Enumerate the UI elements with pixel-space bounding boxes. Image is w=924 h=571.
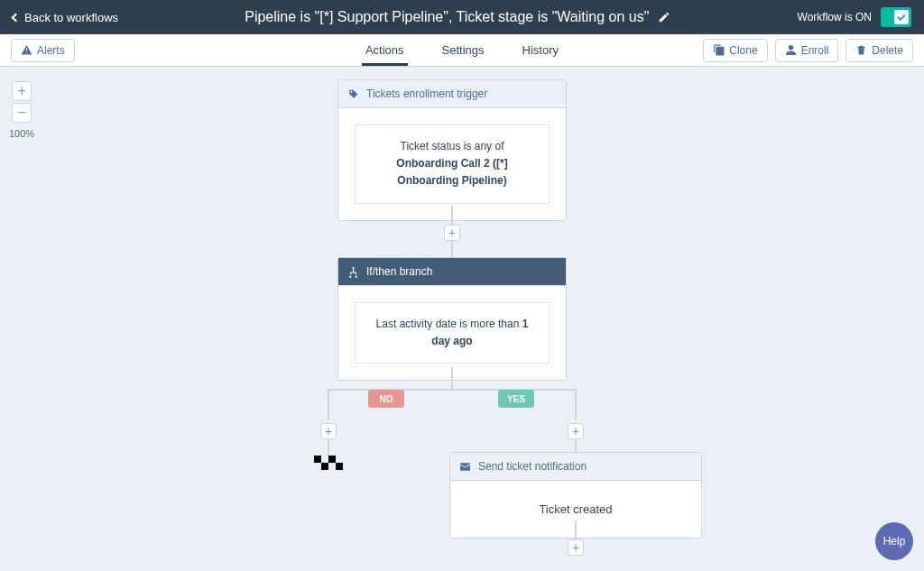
tab-history[interactable]: History <box>522 35 559 65</box>
action-title: Send ticket notification <box>478 460 587 473</box>
branch-card-header: If/then branch <box>338 258 566 286</box>
trigger-title: Tickets enrollment trigger <box>366 87 487 100</box>
back-to-workflows[interactable]: Back to workflows <box>13 11 118 24</box>
tabs: Actions Settings History <box>365 35 559 65</box>
branch-yes-tag: YES <box>498 390 534 408</box>
clone-button[interactable]: Clone <box>703 39 767 62</box>
connector <box>451 241 453 257</box>
pencil-icon[interactable] <box>658 11 670 23</box>
connector <box>328 389 577 391</box>
finish-flag-icon <box>314 456 343 470</box>
connector <box>575 389 577 420</box>
connector <box>328 439 329 456</box>
connector <box>575 520 577 540</box>
trash-icon <box>855 44 867 56</box>
alerts-label: Alerts <box>37 44 65 57</box>
trigger-criteria-op: is any of <box>460 140 504 152</box>
chevron-left-icon <box>12 13 21 22</box>
tab-actions[interactable]: Actions <box>365 35 404 65</box>
envelope-icon <box>459 461 471 473</box>
clone-icon <box>713 44 725 56</box>
trigger-card[interactable]: Tickets enrollment trigger Ticket status… <box>337 79 567 221</box>
action-card-header: Send ticket notification <box>450 453 701 481</box>
sub-bar: Alerts Actions Settings History Clone En… <box>0 34 924 67</box>
trigger-card-body: Ticket status is any of Onboarding Call … <box>338 108 566 220</box>
branch-no-tag: NO <box>368 390 404 408</box>
workflow-canvas[interactable]: Tickets enrollment trigger Ticket status… <box>0 67 924 571</box>
top-bar: Back to workflows Pipeline is "[*] Suppo… <box>0 0 924 34</box>
branch-criteria-prop: Last activity date <box>376 318 457 330</box>
workflow-title-wrap: Pipeline is "[*] Support Pipeline", Tick… <box>245 9 670 25</box>
enroll-button[interactable]: Enroll <box>775 39 839 62</box>
branch-card[interactable]: If/then branch Last activity date is mor… <box>337 257 567 381</box>
connector <box>451 367 453 389</box>
toggle-knob <box>894 10 909 24</box>
branch-title: If/then branch <box>366 265 432 278</box>
add-action-button-after[interactable]: + <box>568 539 584 556</box>
check-icon <box>897 12 905 20</box>
branch-criteria[interactable]: Last activity date is more than 1 day ag… <box>355 302 550 364</box>
connector <box>575 439 577 452</box>
delete-label: Delete <box>872 44 903 57</box>
branch-card-body: Last activity date is more than 1 day ag… <box>338 286 566 380</box>
branch-icon <box>347 266 359 278</box>
connector <box>328 389 329 420</box>
add-action-button[interactable]: + <box>444 225 460 241</box>
tab-settings[interactable]: Settings <box>442 35 485 65</box>
back-label: Back to workflows <box>24 11 118 24</box>
alerts-button[interactable]: Alerts <box>11 39 75 62</box>
connector <box>451 206 453 226</box>
delete-button[interactable]: Delete <box>845 39 913 62</box>
warning-icon <box>21 44 32 56</box>
trigger-criteria-prop: Ticket status <box>401 140 461 152</box>
add-action-button-yes[interactable]: + <box>568 423 584 439</box>
workflow-status-label: Workflow is ON <box>798 11 872 23</box>
trigger-card-header: Tickets enrollment trigger <box>338 80 566 108</box>
clone-label: Clone <box>729 44 757 57</box>
help-button[interactable]: Help <box>875 522 913 560</box>
enroll-icon <box>785 44 797 56</box>
workflow-title: Pipeline is "[*] Support Pipeline", Tick… <box>245 9 649 25</box>
tag-icon <box>347 88 359 100</box>
add-action-button-no[interactable]: + <box>320 423 337 439</box>
trigger-criteria-value: Onboarding Call 2 ([*] Onboarding Pipeli… <box>396 157 507 187</box>
trigger-criteria[interactable]: Ticket status is any of Onboarding Call … <box>355 124 550 204</box>
branch-criteria-op: is more than <box>457 318 522 330</box>
workflow-toggle[interactable] <box>881 7 911 27</box>
enroll-label: Enroll <box>801 44 829 57</box>
top-right: Workflow is ON <box>798 7 911 27</box>
